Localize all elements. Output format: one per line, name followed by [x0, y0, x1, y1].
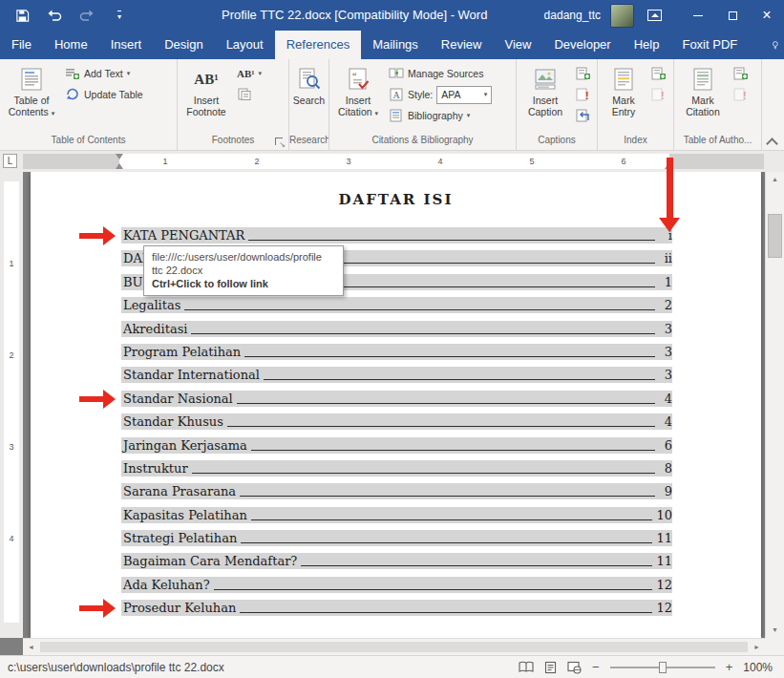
- update-table-of-authorities-button[interactable]: !: [730, 84, 752, 105]
- toc-entry[interactable]: Standar Khusus 4: [121, 413, 672, 430]
- toc-entry-text: Akreditasi: [121, 321, 191, 337]
- group-footnotes: AB¹ Insert Footnote AB¹ ▾ Footnotes: [178, 59, 289, 150]
- bibliography-label: Bibliography: [408, 110, 463, 121]
- tell-me-control[interactable]: Tell me: [762, 31, 784, 59]
- update-table-button[interactable]: Update Table: [61, 84, 147, 105]
- zoom-slider[interactable]: [610, 667, 715, 668]
- ribbon-tab[interactable]: Review: [430, 31, 494, 59]
- save-icon[interactable]: [13, 7, 31, 24]
- toc-page-number: 3: [655, 367, 672, 383]
- read-mode-icon[interactable]: [519, 661, 534, 673]
- table-of-contents-button[interactable]: Table of Contents ▾: [2, 61, 61, 134]
- zoom-slider-thumb[interactable]: [659, 662, 667, 673]
- maximize-button[interactable]: [715, 0, 750, 31]
- ribbon-tab[interactable]: Developer: [542, 31, 622, 59]
- ribbon-tab[interactable]: Design: [153, 31, 214, 59]
- hanging-indent-marker[interactable]: [116, 163, 123, 169]
- toc-entry[interactable]: Program Pelatihan 3: [121, 344, 672, 360]
- search-button[interactable]: Search: [291, 61, 327, 134]
- ribbon-tab[interactable]: Home: [43, 31, 99, 59]
- scroll-right-icon[interactable]: ►: [749, 639, 765, 655]
- mark-entry-button[interactable]: Mark Entry: [600, 61, 647, 134]
- first-line-indent-marker[interactable]: [116, 154, 123, 159]
- avatar[interactable]: [610, 4, 634, 28]
- toc-entry[interactable]: KATA PENGANTAR i: [121, 227, 672, 244]
- toc-entry[interactable]: Standar Nasional 4: [121, 391, 672, 407]
- style-select[interactable]: APA ▾: [436, 86, 492, 104]
- toc-entry[interactable]: Prosedur Keluhan 12: [121, 600, 672, 616]
- show-notes-button[interactable]: [233, 84, 265, 105]
- undo-icon[interactable]: [46, 7, 63, 24]
- update-table-of-figures-button[interactable]: !: [572, 84, 595, 105]
- insert-table-of-authorities-button[interactable]: [730, 63, 752, 84]
- toc-entry[interactable]: Ada Keluhan? 12: [121, 577, 672, 593]
- hyperlink-target-path: c:\users\user\downloads\profile ttc 22.d…: [0, 661, 224, 674]
- toc-entry[interactable]: Strategi Pelatihan 11: [121, 530, 672, 546]
- insert-footnote-button[interactable]: AB¹ Insert Footnote: [180, 61, 233, 134]
- toc-leader-line: [264, 379, 655, 380]
- toc-entry[interactable]: Jaringan Kerjasama 6: [121, 437, 672, 454]
- redo-icon[interactable]: [78, 7, 95, 24]
- toc-leader-line: [237, 403, 655, 404]
- button-label-line1: Insert: [346, 95, 371, 106]
- add-text-button[interactable]: Add Text ▾: [61, 63, 147, 84]
- horizontal-scrollbar[interactable]: ◄ ►: [23, 638, 765, 655]
- toc-entry[interactable]: Sarana Prasarana 9: [121, 483, 672, 499]
- minimize-button[interactable]: [681, 0, 715, 31]
- manage-sources-button[interactable]: Manage Sources: [385, 63, 496, 84]
- toc-entry[interactable]: Legalitas 2: [121, 297, 672, 313]
- svg-text:!: !: [743, 90, 747, 101]
- insert-endnote-button[interactable]: AB¹ ▾: [233, 63, 265, 84]
- update-index-button[interactable]: !: [647, 84, 670, 105]
- zoom-in-button[interactable]: +: [726, 661, 733, 673]
- signed-in-user[interactable]: dadang_ttc: [544, 9, 601, 22]
- toc-entry[interactable]: Bagaiman Cara Mendaftar? 11: [121, 553, 672, 569]
- ribbon: Table of Contents ▾ Add Text ▾ Update Ta…: [0, 59, 784, 151]
- zoom-level[interactable]: 100%: [743, 661, 773, 674]
- insert-caption-icon: [533, 64, 558, 95]
- collapse-ribbon-icon[interactable]: [768, 137, 776, 145]
- close-button[interactable]: ×: [750, 0, 784, 31]
- ribbon-tab[interactable]: References: [275, 31, 361, 59]
- ribbon-tab-row: File Home Insert Design Layout Reference…: [0, 31, 784, 59]
- tooltip-url-line2: ttc 22.docx: [152, 264, 335, 277]
- zoom-out-button[interactable]: −: [592, 661, 600, 673]
- toc-entry[interactable]: Instruktur 8: [121, 460, 672, 477]
- ribbon-tabs: File Home Insert Design Layout Reference…: [0, 31, 749, 59]
- red-arrow-annotation: [79, 392, 116, 406]
- bibliography-button[interactable]: Bibliography ▾: [385, 105, 496, 126]
- ribbon-tab[interactable]: Mailings: [361, 31, 430, 59]
- vertical-scroll-thumb[interactable]: [768, 214, 782, 258]
- ruler-number: 2: [0, 309, 23, 401]
- toc-entry[interactable]: Kapasitas Pelatihan 10: [121, 507, 672, 523]
- tab-selector[interactable]: L: [3, 154, 17, 168]
- document-page[interactable]: DAFTAR ISI KATA PENGANTAR i DAFTAR ISI: [31, 172, 761, 638]
- toc-entry[interactable]: Akreditasi 3: [121, 321, 672, 337]
- button-label-line2: Caption: [528, 106, 562, 117]
- mark-citation-button[interactable]: Mark Citation: [676, 61, 730, 134]
- insert-citation-button[interactable]: “ Insert Citation ▾: [331, 61, 385, 134]
- scroll-up-icon[interactable]: ▲: [766, 172, 784, 187]
- print-layout-icon[interactable]: [544, 661, 557, 674]
- insert-index-button[interactable]: [647, 63, 670, 84]
- cross-reference-button[interactable]: [572, 105, 595, 126]
- ribbon-tab[interactable]: View: [493, 31, 542, 59]
- ribbon-tab[interactable]: Foxit PDF: [670, 31, 749, 59]
- toc-leader-line: [214, 589, 653, 590]
- ribbon-tab[interactable]: File: [0, 31, 43, 59]
- horizontal-scroll-thumb[interactable]: [40, 642, 748, 652]
- ribbon-tab[interactable]: Layout: [215, 31, 275, 59]
- web-layout-icon[interactable]: [567, 661, 582, 674]
- scroll-left-icon[interactable]: ◄: [23, 639, 39, 655]
- insert-table-of-figures-button[interactable]: [572, 63, 595, 84]
- dialog-launcher-icon[interactable]: [275, 138, 285, 147]
- toc-entry[interactable]: Standar International 3: [121, 367, 672, 383]
- vertical-scrollbar[interactable]: ▲ ▼: [765, 172, 784, 638]
- scroll-down-icon[interactable]: ▼: [766, 623, 784, 638]
- ribbon-tab[interactable]: Help: [623, 31, 671, 59]
- insert-caption-button[interactable]: Insert Caption: [519, 61, 572, 134]
- ribbon-tab[interactable]: Insert: [99, 31, 154, 59]
- toc-leader-line: [248, 240, 655, 241]
- ribbon-display-options-icon[interactable]: [647, 10, 662, 21]
- customize-quick-access-icon[interactable]: ▾: [111, 7, 128, 24]
